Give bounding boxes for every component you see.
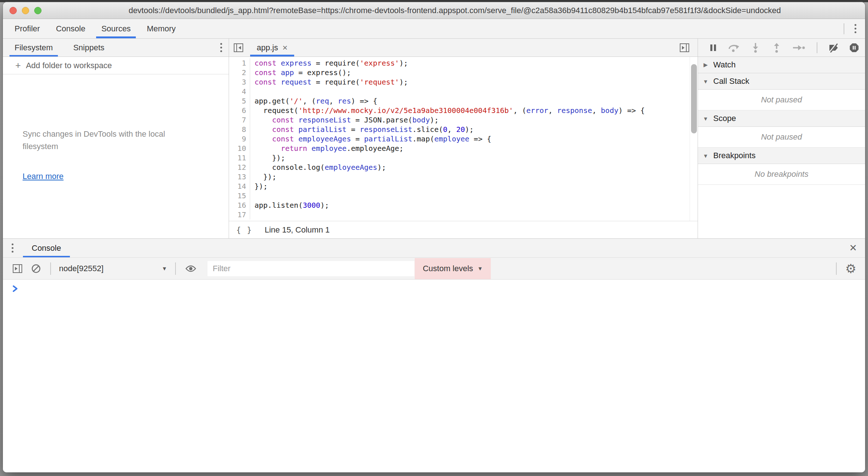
tab-snippets[interactable]: Snippets	[68, 39, 110, 56]
code-line-text[interactable]: const request = require('request');	[250, 77, 408, 87]
add-folder-button[interactable]: + Add folder to workspace	[3, 57, 229, 74]
eye-icon[interactable]	[181, 264, 201, 273]
code-line-text[interactable]: const responseList = JSON.parse(body);	[250, 115, 439, 125]
navigator-kebab-icon[interactable]	[217, 41, 226, 54]
scope-section-header[interactable]: ▼ Scope	[698, 110, 865, 127]
show-console-sidebar-icon[interactable]	[8, 264, 27, 274]
learn-more-link[interactable]: Learn more	[23, 172, 209, 181]
code-line: 5app.get('/', (req, res) => {	[229, 96, 690, 106]
call-stack-section-header[interactable]: ▼ Call Stack	[698, 73, 865, 90]
code-line: 2const app = express();	[229, 68, 690, 77]
code-line-text[interactable]: const app = express();	[250, 68, 351, 77]
tab-filesystem[interactable]: Filesystem	[9, 39, 58, 56]
line-number[interactable]: 8	[229, 125, 250, 134]
tab-sources[interactable]: Sources	[93, 19, 139, 38]
step-into-button[interactable]	[750, 43, 761, 53]
clear-console-icon[interactable]	[27, 264, 45, 273]
tab-profiler[interactable]: Profiler	[7, 19, 48, 38]
navigator-tab-bar: Filesystem Snippets	[3, 39, 229, 57]
call-stack-section-label: Call Stack	[713, 77, 749, 86]
editor-status-bar: { } Line 15, Column 1	[229, 221, 698, 238]
main-menu-kebab-icon[interactable]	[851, 22, 860, 35]
drawer-menu-kebab-icon[interactable]	[8, 241, 17, 255]
gear-icon[interactable]: ⚙	[842, 262, 860, 275]
line-number[interactable]: 11	[229, 153, 250, 163]
line-number[interactable]: 10	[229, 144, 250, 153]
breakpoints-section-header[interactable]: ▼ Breakpoints	[698, 148, 865, 164]
tab-memory[interactable]: Memory	[139, 19, 184, 38]
close-drawer-icon[interactable]: ✕	[841, 242, 865, 254]
line-number[interactable]: 14	[229, 182, 250, 191]
drawer-tab-console[interactable]: Console	[23, 239, 70, 257]
close-tab-icon[interactable]: ×	[283, 43, 288, 53]
scrollbar-thumb[interactable]	[691, 64, 697, 133]
code-line-text[interactable]: });	[250, 182, 268, 191]
console-prompt[interactable]	[3, 285, 865, 299]
code-line-text[interactable]: app.listen(3000);	[250, 200, 329, 210]
code-lines[interactable]: 1const express = require('express');2con…	[229, 57, 690, 221]
context-label: node[92552]	[59, 264, 103, 273]
line-number[interactable]: 12	[229, 163, 250, 172]
deactivate-breakpoints-button[interactable]	[829, 43, 839, 52]
breakpoints-status: No breakpoints	[698, 164, 865, 185]
console-output[interactable]	[3, 280, 865, 472]
minimize-window-button[interactable]	[22, 7, 29, 14]
line-number[interactable]: 16	[229, 200, 250, 210]
line-number[interactable]: 4	[229, 87, 250, 96]
sources-panel: Filesystem Snippets + Add folder to work…	[3, 39, 865, 238]
call-stack-status: Not paused	[698, 90, 865, 110]
chevron-right-icon: ▶	[702, 62, 709, 68]
chevron-down-icon: ▼	[702, 78, 709, 85]
console-toolbar: node[92552] ▼ Custom levels ▼ ⚙	[3, 258, 865, 280]
step-over-button[interactable]	[728, 43, 739, 52]
file-tab-appjs[interactable]: app.js ×	[250, 39, 294, 56]
code-line-text[interactable]	[250, 191, 255, 200]
code-line-text[interactable]	[250, 87, 255, 96]
divider	[50, 262, 51, 275]
code-line-text[interactable]	[250, 210, 255, 219]
window-title: devtools://devtools/bundled/js_app.html?…	[51, 6, 859, 15]
line-number[interactable]: 1	[229, 58, 250, 68]
drawer-tab-bar: Console ✕	[3, 239, 865, 258]
dropdown-arrow-icon: ▼	[162, 265, 167, 272]
pause-on-exceptions-button[interactable]	[849, 43, 859, 52]
code-line-text[interactable]: const express = require('express');	[250, 58, 408, 68]
step-button[interactable]	[793, 44, 805, 51]
line-number[interactable]: 7	[229, 115, 250, 125]
toggle-debugger-sidebar-icon[interactable]	[675, 43, 694, 53]
code-line-text[interactable]: app.get('/', (req, res) => {	[250, 96, 377, 106]
code-line-text[interactable]: });	[250, 172, 276, 182]
code-line-text[interactable]: const partialList = responseList.slice(0…	[250, 125, 474, 134]
line-number[interactable]: 17	[229, 210, 250, 219]
line-number[interactable]: 5	[229, 96, 250, 106]
pause-script-button[interactable]	[710, 44, 717, 52]
console-drawer: Console ✕ node[92552] ▼	[3, 238, 865, 472]
line-number[interactable]: 13	[229, 172, 250, 182]
zoom-window-button[interactable]	[34, 7, 42, 14]
custom-levels-button[interactable]: Custom levels ▼	[415, 258, 491, 279]
breakpoints-section-label: Breakpoints	[713, 151, 755, 160]
code-line-text[interactable]: return employee.employeeAge;	[250, 144, 403, 153]
custom-levels-label: Custom levels	[423, 264, 473, 273]
pretty-print-button[interactable]: { }	[236, 226, 252, 234]
code-line: 13 });	[229, 172, 690, 182]
navigator-sidebar: Filesystem Snippets + Add folder to work…	[3, 39, 229, 238]
code-line: 17	[229, 210, 690, 219]
toggle-navigator-icon[interactable]	[229, 39, 248, 56]
close-window-button[interactable]	[9, 7, 17, 14]
code-line-text[interactable]: request('http://www.mocky.io/v2/5e1a9abe…	[250, 106, 645, 115]
plus-icon: +	[15, 60, 21, 71]
code-line-text[interactable]: });	[250, 153, 285, 163]
line-number[interactable]: 15	[229, 191, 250, 200]
code-line-text[interactable]: const employeeAges = partialList.map(emp…	[250, 134, 491, 144]
watch-section-header[interactable]: ▶ Watch	[698, 57, 865, 73]
line-number[interactable]: 9	[229, 134, 250, 144]
step-out-button[interactable]	[772, 43, 782, 53]
line-number[interactable]: 6	[229, 106, 250, 115]
line-number[interactable]: 2	[229, 68, 250, 77]
line-number[interactable]: 3	[229, 77, 250, 87]
execution-context-selector[interactable]: node[92552] ▼	[56, 264, 170, 273]
code-line-text[interactable]: console.log(employeeAges);	[250, 163, 386, 172]
tab-console[interactable]: Console	[48, 19, 94, 38]
filter-input[interactable]	[207, 261, 415, 277]
